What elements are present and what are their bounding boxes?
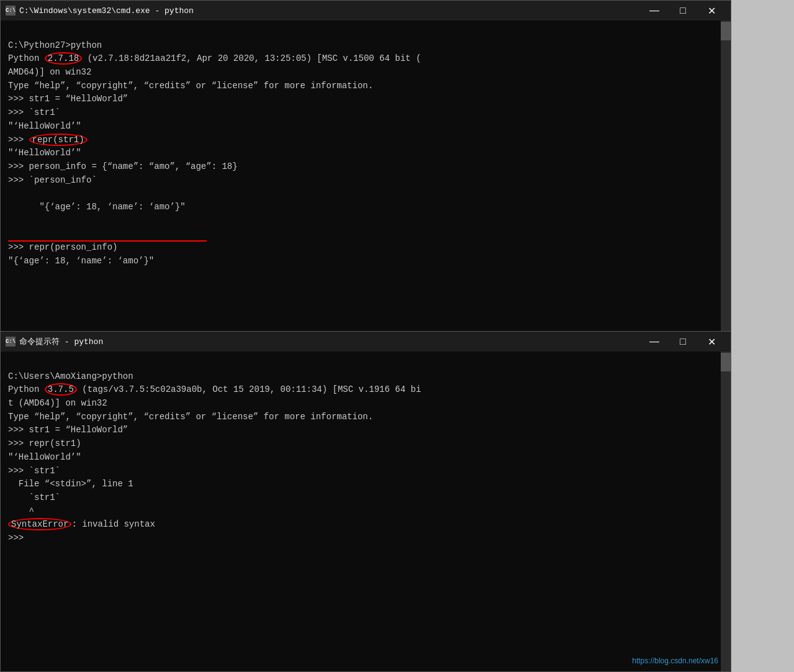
top-maximize-button[interactable]: □ bbox=[669, 1, 697, 20]
bottom-window-title: 命令提示符 - python bbox=[19, 336, 103, 347]
top-line-person-info-backtick: >>> `person_info` bbox=[8, 174, 723, 188]
bottom-line-final-prompt: >>> bbox=[8, 532, 723, 545]
bottom-line-str1-shown: `str1` bbox=[8, 491, 723, 505]
top-terminal-body: C:\Python27>python Python 2.7.18 (v2.7.1… bbox=[1, 20, 731, 333]
bottom-line-caret: ^ bbox=[8, 505, 723, 519]
bottom-scrollbar[interactable] bbox=[721, 352, 731, 671]
bottom-line-repr-str1-result: "‘HelloWorld’" bbox=[8, 451, 723, 465]
top-line-blank bbox=[8, 25, 723, 39]
cmd-icon: C:\ bbox=[6, 6, 16, 16]
bottom-scrollbar-thumb[interactable] bbox=[721, 353, 731, 371]
top-line-repr-person: >>> repr(person_info) bbox=[8, 241, 723, 255]
top-close-button[interactable]: ✕ bbox=[697, 1, 726, 20]
top-line-person-info-result: "{‘age’: 18, ‘name’: ‘amo’}" bbox=[8, 187, 723, 241]
bottom-line-str1-backtick: >>> `str1` bbox=[8, 465, 723, 478]
top-window-title: C:\Windows\system32\cmd.exe - python bbox=[19, 6, 194, 16]
bottom-line-syntax-error: SyntaxError: invalid syntax bbox=[8, 518, 723, 532]
top-line-repr-str1-result: "‘HelloWorld’" bbox=[8, 147, 723, 160]
bottom-cmd-icon: C:\ bbox=[6, 337, 16, 347]
bottom-line-repr-str1: >>> repr(str1) bbox=[8, 437, 723, 451]
bottom-titlebar-controls[interactable]: — □ ✕ bbox=[640, 332, 726, 352]
bottom-minimize-button[interactable]: — bbox=[640, 332, 669, 352]
bottom-line-str1-assign: >>> str1 = “HelloWorld” bbox=[8, 424, 723, 437]
top-scrollbar-thumb[interactable] bbox=[721, 22, 731, 40]
bottom-titlebar-left: C:\ 命令提示符 - python bbox=[6, 336, 103, 347]
top-terminal-window: C:\ C:\Windows\system32\cmd.exe - python… bbox=[0, 0, 731, 334]
bottom-line-type: Type “help”, “copyright”, “credits” or “… bbox=[8, 411, 723, 424]
top-titlebar: C:\ C:\Windows\system32\cmd.exe - python… bbox=[1, 1, 731, 20]
top-line-str1-backtick: >>> `str1` bbox=[8, 106, 723, 120]
top-line-str1-assign: >>> str1 = “HelloWorld” bbox=[8, 93, 723, 106]
bottom-terminal-window: C:\ 命令提示符 - python — □ ✕ C:\Users\AmoXia… bbox=[0, 331, 731, 672]
repr-circle-annotation: repr(str1) bbox=[29, 134, 88, 146]
top-line-repr-str1: >>> repr(str1) bbox=[8, 134, 723, 147]
bottom-line-file-error: File “<stdin>”, line 1 bbox=[8, 478, 723, 491]
csdn-watermark: https://blog.csdn.net/xw16 bbox=[632, 655, 718, 666]
bottom-line-prompt: C:\Users\AmoXiang>python bbox=[8, 370, 723, 384]
bottom-titlebar: C:\ 命令提示符 - python — □ ✕ bbox=[1, 332, 731, 352]
top-minimize-button[interactable]: — bbox=[640, 1, 669, 20]
top-line-prompt: C:\Python27>python bbox=[8, 39, 723, 53]
bottom-maximize-button[interactable]: □ bbox=[669, 332, 697, 352]
top-line-version: Python 2.7.18 (v2.7.18:8d21aa21f2, Apr 2… bbox=[8, 52, 723, 66]
top-titlebar-left: C:\ C:\Windows\system32\cmd.exe - python bbox=[6, 6, 194, 16]
version-circle-annotation: 2.7.18 bbox=[45, 52, 82, 65]
top-line-type: Type “help”, “copyright”, “credits” or “… bbox=[8, 79, 723, 93]
top-line-helloworld-quotes: "‘HelloWorld’" bbox=[8, 120, 723, 134]
top-scrollbar[interactable] bbox=[721, 20, 731, 333]
top-titlebar-controls[interactable]: — □ ✕ bbox=[640, 1, 726, 20]
bottom-version-circle-annotation: 3.7.5 bbox=[45, 383, 77, 396]
top-line-person-info-assign: >>> person_info = {“name”: “amo”, “age”:… bbox=[8, 160, 723, 174]
top-line-repr-person-result: "{‘age’: 18, ‘name’: ‘amo’}" bbox=[8, 255, 723, 268]
syntax-error-circle-annotation: SyntaxError bbox=[8, 518, 71, 530]
top-line-amd: AMD64)] on win32 bbox=[8, 66, 723, 79]
bottom-line-amd: t (AMD64)] on win32 bbox=[8, 397, 723, 411]
bottom-line-blank bbox=[8, 356, 723, 370]
bottom-line-version: Python 3.7.5 (tags/v3.7.5:5c02a39a0b, Oc… bbox=[8, 383, 723, 397]
red-underline-annotation bbox=[8, 240, 207, 242]
bottom-close-button[interactable]: ✕ bbox=[697, 332, 726, 352]
bottom-terminal-body: C:\Users\AmoXiang>python Python 3.7.5 (t… bbox=[1, 352, 731, 671]
